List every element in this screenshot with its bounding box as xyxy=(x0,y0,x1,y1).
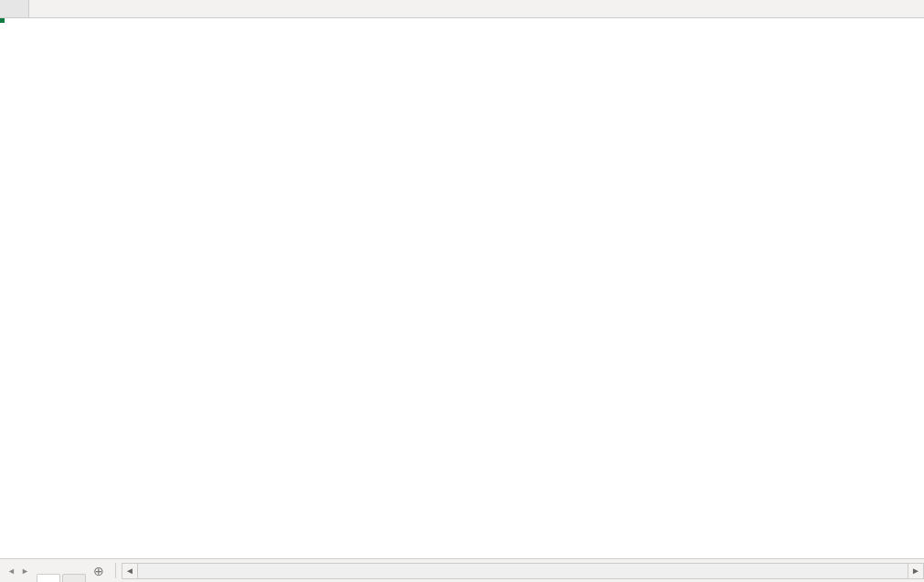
tabs-separator xyxy=(115,563,116,578)
tab-nav-next-icon[interactable]: ► xyxy=(21,566,29,576)
column-headers xyxy=(0,0,924,18)
spreadsheet-app: ◄ ► ⊕ ◄ ► xyxy=(0,0,924,582)
grid-area xyxy=(0,0,924,558)
hscroll-track[interactable] xyxy=(138,563,908,579)
sheet-tab-cover[interactable] xyxy=(37,574,60,582)
hscroll-right-icon[interactable]: ► xyxy=(908,563,924,579)
fill-handle[interactable] xyxy=(0,18,5,23)
tab-nav: ◄ ► xyxy=(0,559,37,582)
grid-body[interactable] xyxy=(0,18,924,558)
select-all-corner[interactable] xyxy=(0,0,29,17)
active-cell-selection xyxy=(0,18,4,22)
hscroll-left-icon[interactable]: ◄ xyxy=(122,563,138,579)
sheet-tabs xyxy=(37,559,88,582)
new-sheet-button[interactable]: ⊕ xyxy=(88,559,110,582)
sheet-tab-224850[interactable] xyxy=(62,574,86,582)
tab-nav-prev-icon[interactable]: ◄ xyxy=(7,566,16,576)
sheet-tabs-bar: ◄ ► ⊕ ◄ ► xyxy=(0,558,924,582)
horizontal-scrollbar[interactable]: ◄ ► xyxy=(122,559,924,582)
